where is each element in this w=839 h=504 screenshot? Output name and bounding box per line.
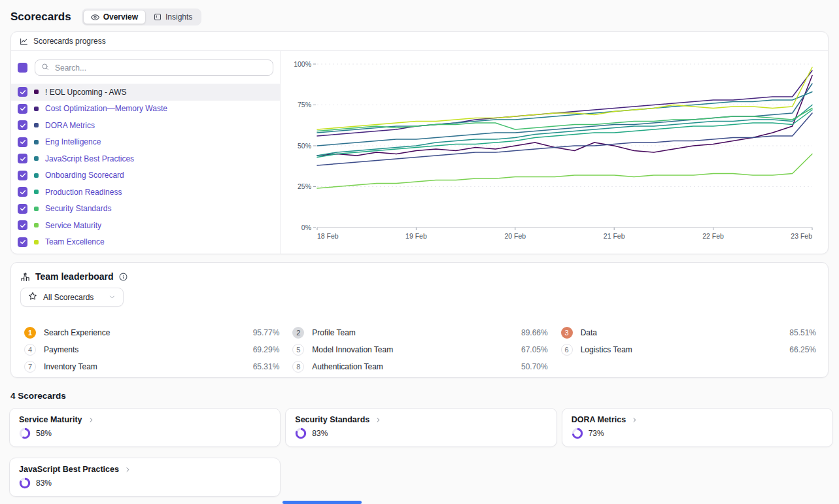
leaderboard-entry: 6Logistics Team66.25% — [561, 344, 816, 355]
rank-badge: 4 — [24, 344, 36, 356]
scorecard-label: Eng Intelligence — [45, 137, 101, 146]
checkbox[interactable] — [18, 87, 27, 97]
checkbox[interactable] — [18, 120, 27, 130]
scorecard-label: Security Standards — [45, 204, 111, 213]
tab-overview[interactable]: Overview — [83, 10, 146, 24]
chevron-right-icon — [88, 416, 95, 424]
team-score: 89.66% — [521, 328, 548, 337]
scorecard-label: JavaScript Best Practices — [45, 154, 134, 163]
scorecard-label: ! EOL Upcoming - AWS — [45, 88, 126, 97]
scorecard-filter-row[interactable]: Service Maturity — [11, 217, 280, 234]
x-axis-label: 18 Feb — [317, 232, 339, 240]
leaderboard-grid: 1Search Experience95.77%2Profile Team89.… — [11, 307, 828, 372]
team-name: Profile Team — [312, 328, 355, 337]
leaderboard-entry: 7Inventory Team65.31% — [24, 361, 279, 372]
progress-chart[interactable]: 0%25%50%75%100%18 Feb19 Feb20 Feb21 Feb2… — [286, 54, 823, 251]
x-axis-label: 20 Feb — [504, 232, 526, 240]
series-color-dot — [34, 173, 39, 178]
leaderboard-icon — [20, 272, 30, 282]
scorecard-card-title: JavaScript Best Practices — [19, 465, 119, 474]
scorecard-label: Onboarding Scorecard — [45, 171, 124, 180]
rank-badge: 2 — [292, 327, 304, 339]
progress-donut — [295, 428, 307, 439]
scorecard-filter-row[interactable]: Cost Optimization—Memory Waste — [11, 101, 280, 118]
scorecard-filter-row[interactable]: JavaScript Best Practices — [11, 150, 280, 167]
team-score: 85.51% — [789, 328, 816, 337]
checkbox[interactable] — [18, 104, 27, 114]
select-all-checkbox[interactable] — [18, 63, 27, 73]
info-icon[interactable] — [119, 273, 128, 281]
chevron-right-icon — [375, 416, 382, 424]
chevron-right-icon — [631, 416, 638, 424]
view-tabs: OverviewInsights — [82, 8, 202, 25]
search-icon — [41, 63, 49, 73]
line-chart-icon — [20, 37, 28, 46]
team-score: 95.77% — [253, 328, 280, 337]
search-input[interactable] — [54, 63, 267, 73]
series-color-dot — [34, 90, 39, 94]
chart-line[interactable] — [317, 110, 812, 158]
scorecard-card-title: Security Standards — [295, 415, 369, 424]
scorecard-card[interactable]: Service Maturity58% — [9, 408, 281, 447]
checkbox[interactable] — [18, 171, 27, 180]
chart-panel: 0%25%50%75%100%18 Feb19 Feb20 Feb21 Feb2… — [281, 51, 828, 254]
scorecard-card[interactable]: Security Standards83% — [285, 408, 556, 447]
scorecard-filter-row[interactable]: Eng Intelligence — [11, 134, 280, 151]
x-axis-label: 22 Feb — [702, 232, 724, 240]
scorecard-filter-row[interactable]: Team Excellence — [11, 234, 280, 251]
percent-label: 83% — [312, 429, 328, 438]
eye-icon — [91, 13, 99, 22]
checkbox[interactable] — [18, 137, 27, 147]
leaderboard-entry: 5Model Innovation Team67.05% — [292, 344, 547, 355]
leaderboard-entry: 2Profile Team89.66% — [292, 327, 547, 338]
series-color-dot — [34, 140, 39, 144]
y-axis-label: 75% — [298, 101, 311, 109]
checkbox[interactable] — [18, 204, 27, 214]
team-name: Authentication Team — [312, 362, 383, 371]
series-color-dot — [34, 223, 39, 227]
rank-badge: 5 — [292, 344, 304, 356]
team-score: 69.29% — [253, 345, 280, 354]
y-axis-label: 25% — [298, 182, 311, 190]
chart-line[interactable] — [317, 67, 812, 129]
x-axis-label: 23 Feb — [791, 232, 812, 240]
scorecard-card[interactable]: DORA Metrics73% — [562, 408, 833, 447]
rank-badge: 6 — [561, 344, 573, 356]
series-color-dot — [34, 123, 39, 127]
scorecard-filter-row[interactable]: Onboarding Scorecard — [11, 167, 280, 184]
filter-dropdown-label: All Scorecards — [43, 293, 94, 302]
percent-label: 73% — [589, 429, 604, 438]
scorecard-filter-row[interactable]: ! EOL Upcoming - AWS — [11, 84, 280, 101]
chart-line[interactable] — [317, 109, 812, 131]
scorecard-filter-row[interactable]: Security Standards — [11, 201, 280, 218]
checkbox[interactable] — [18, 154, 27, 163]
scorecard-filter-dropdown[interactable]: All Scorecards — [20, 288, 124, 307]
chart-line[interactable] — [317, 84, 812, 146]
series-color-dot — [34, 240, 39, 244]
rank-badge: 1 — [24, 327, 36, 339]
scorecards-count-heading: 4 Scorecards — [10, 391, 829, 401]
x-axis-label: 19 Feb — [405, 232, 427, 240]
scorecard-card-title: Service Maturity — [19, 415, 82, 424]
scorecard-card[interactable]: JavaScript Best Practices83% — [9, 458, 281, 497]
page-title: Scorecards — [10, 10, 71, 24]
percent-label: 83% — [36, 479, 52, 488]
scorecard-filter-row[interactable]: Production Readiness — [11, 184, 280, 201]
checkbox[interactable] — [18, 187, 27, 197]
scorecard-label: Production Readiness — [45, 188, 122, 197]
horizontal-scrollbar-thumb[interactable] — [283, 501, 362, 504]
search-box[interactable] — [35, 59, 273, 76]
rank-badge: 8 — [292, 361, 304, 373]
tab-insights[interactable]: Insights — [146, 10, 200, 24]
checkbox[interactable] — [18, 220, 27, 230]
team-leaderboard-card: Team leaderboard All Scorecards 1Search … — [10, 262, 829, 378]
scorecard-filter-row[interactable]: DORA Metrics — [11, 117, 280, 134]
leaderboard-entry: 1Search Experience95.77% — [24, 327, 279, 338]
series-color-dot — [34, 156, 39, 161]
leaderboard-entry: 8Authentication Team50.70% — [292, 361, 547, 372]
y-axis-label: 50% — [298, 142, 311, 150]
y-axis-label: 0% — [301, 224, 311, 231]
checkbox[interactable] — [18, 237, 27, 247]
progress-donut — [19, 477, 31, 489]
progress-donut — [572, 428, 583, 439]
